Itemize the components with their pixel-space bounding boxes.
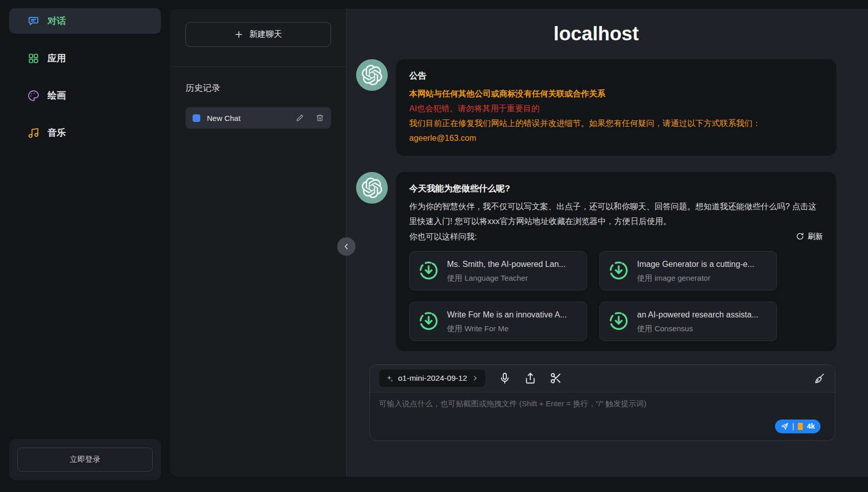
ask-label: 你也可以这样问我: — [409, 229, 477, 244]
sidebar-item-chat[interactable]: 对话 — [9, 8, 161, 34]
openai-logo-icon — [362, 178, 382, 198]
model-selector[interactable]: o1-mini-2024-09-12 — [379, 370, 485, 387]
delete-icon[interactable] — [316, 114, 324, 122]
sidebar-item-label: 对话 — [48, 15, 66, 27]
welcome-bubble: 今天我能为您做些什么呢? 作为你的智慧伙伴，我不仅可以写文案、出点子，还可以和你… — [396, 172, 836, 351]
suggestion-card[interactable]: an AI-powered research assista... 使用 Con… — [599, 302, 777, 341]
composer-input-area: | 4k — [370, 392, 835, 440]
sparkle-icon — [386, 375, 393, 382]
page-title: localhost — [356, 23, 836, 45]
announcement-bubble: 公告 本网站与任何其他公司或商标没有任何关联或合作关系 AI也会犯错。请勿将其用… — [396, 59, 836, 156]
scissors-button[interactable] — [550, 372, 562, 384]
chat-list-panel: 新建聊天 历史记录 New Chat — [170, 9, 346, 477]
broom-icon — [813, 372, 826, 384]
login-button[interactable]: 立即登录 — [17, 448, 153, 472]
chevron-left-icon — [342, 242, 350, 251]
download-circle-icon — [608, 260, 629, 281]
suggestion-subtitle: 使用 Consensus — [637, 323, 758, 334]
chat-color-dot — [193, 114, 200, 122]
sidebar-item-label: 绘画 — [48, 89, 66, 102]
history-title: 历史记录 — [185, 82, 331, 94]
music-note-icon — [28, 127, 39, 139]
sidebar: 对话 应用 绘画 音乐 立即登录 — [0, 0, 170, 492]
download-circle-icon — [608, 310, 629, 332]
suggestion-title: Image Generator is a cutting-e... — [637, 258, 754, 270]
chat-bubble-icon — [28, 15, 39, 27]
composer: o1-mini-2024-09-12 — [369, 364, 835, 441]
coin-icon — [797, 423, 803, 430]
refresh-icon — [796, 232, 804, 240]
login-card: 立即登录 — [9, 439, 161, 480]
new-chat-label: 新建聊天 — [249, 29, 282, 40]
upload-icon — [524, 372, 536, 384]
model-label: o1-mini-2024-09-12 — [398, 374, 467, 383]
message-input[interactable] — [370, 392, 835, 440]
welcome-body: 作为你的智慧伙伴，我不仅可以写文案、出点子，还可以和你聊天、回答问题。想知道我还… — [409, 199, 823, 229]
chat-main: localhost 公告 本网站与任何其他公司或商标没有任何关联或合作关系 AI… — [347, 9, 868, 477]
history-item-new-chat[interactable]: New Chat — [185, 107, 331, 129]
new-chat-button[interactable]: 新建聊天 — [185, 22, 331, 47]
announcement-email: ageerle@163.com — [409, 131, 823, 145]
suggestion-card[interactable]: Write For Me is an innovative A... 使用 Wr… — [409, 302, 587, 341]
sidebar-item-label: 应用 — [48, 52, 66, 64]
microphone-icon — [499, 372, 511, 384]
download-circle-icon — [418, 310, 439, 332]
suggestion-subtitle: 使用 Language Teacher — [447, 273, 566, 283]
scissors-icon — [550, 372, 562, 384]
suggestion-card[interactable]: Image Generator is a cutting-e... 使用 ima… — [599, 251, 777, 290]
download-circle-icon — [418, 260, 439, 281]
assistant-avatar — [356, 59, 388, 91]
announcement-line-3: 我们目前正在修复我们网站上的错误并改进细节。如果您有任何疑问，请通过以下方式联系… — [409, 116, 823, 131]
panel-divider — [346, 9, 347, 477]
edit-icon[interactable] — [296, 114, 304, 122]
sidebar-item-label: 音乐 — [48, 127, 66, 139]
message-welcome: 今天我能为您做些什么呢? 作为你的智慧伙伴，我不仅可以写文案、出点子，还可以和你… — [356, 172, 836, 351]
refresh-label: 刷新 — [808, 232, 823, 241]
suggestion-title: Ms. Smith, the AI-powered Lan... — [447, 258, 566, 270]
assistant-avatar — [356, 172, 388, 204]
chevron-right-icon — [472, 375, 479, 382]
send-plane-icon — [781, 422, 789, 430]
suggestion-title: an AI-powered research assista... — [637, 309, 758, 321]
palette-icon — [28, 90, 39, 102]
sidebar-item-apps[interactable]: 应用 — [9, 45, 161, 71]
sidebar-item-drawing[interactable]: 绘画 — [9, 83, 161, 108]
collapse-sidebar-button[interactable] — [337, 237, 356, 256]
apps-grid-icon — [28, 53, 39, 64]
history-item-title: New Chat — [207, 114, 284, 122]
announcement-line-1: 本网站与任何其他公司或商标没有任何关联或合作关系 — [409, 86, 823, 101]
welcome-heading: 今天我能为您做些什么呢? — [409, 181, 823, 197]
content-container: 新建聊天 历史记录 New Chat — [170, 9, 868, 477]
microphone-button[interactable] — [499, 372, 511, 384]
suggestion-card[interactable]: Ms. Smith, the AI-powered Lan... 使用 Lang… — [409, 251, 587, 290]
message-announcement: 公告 本网站与任何其他公司或商标没有任何关联或合作关系 AI也会犯错。请勿将其用… — [356, 59, 836, 156]
suggestion-subtitle: 使用 Write For Me — [447, 323, 567, 334]
announcement-heading: 公告 — [409, 68, 823, 84]
suggestion-title: Write For Me is an innovative A... — [447, 309, 567, 321]
composer-toolbar: o1-mini-2024-09-12 — [370, 365, 835, 392]
upload-button[interactable] — [524, 372, 536, 384]
refresh-suggestions-button[interactable]: 刷新 — [796, 232, 823, 241]
suggestion-subtitle: 使用 image generator — [637, 273, 754, 283]
announcement-line-2: AI也会犯错。请勿将其用于重要目的 — [409, 101, 823, 116]
token-count: 4k — [807, 422, 815, 430]
send-token-badge[interactable]: | 4k — [775, 420, 820, 433]
clear-context-button[interactable] — [813, 372, 826, 384]
plus-icon — [234, 30, 243, 39]
openai-logo-icon — [362, 65, 382, 85]
list-divider — [170, 66, 346, 67]
badge-separator: | — [792, 422, 794, 430]
suggestion-cards: Ms. Smith, the AI-powered Lan... 使用 Lang… — [409, 251, 823, 341]
sidebar-item-music[interactable]: 音乐 — [9, 120, 161, 145]
